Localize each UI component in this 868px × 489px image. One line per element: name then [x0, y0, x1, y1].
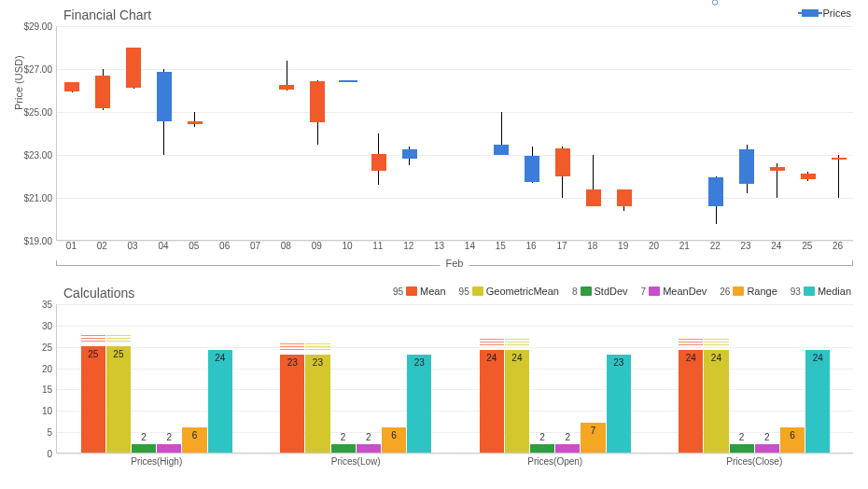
- bar-geometricmean[interactable]: 24: [505, 303, 529, 453]
- bar-range[interactable]: 6: [182, 303, 206, 453]
- bar-group: 242422723Prices(Open): [480, 303, 631, 453]
- legend-item-median[interactable]: 93Median: [791, 286, 851, 297]
- bar-range[interactable]: 6: [382, 303, 406, 453]
- group-label: Prices(High): [131, 456, 182, 467]
- calculations-chart: Calculations 95Mean 95GeometricMean 8Std…: [7, 286, 861, 454]
- financial-chart-title: Financial Chart: [63, 7, 861, 22]
- bar-range[interactable]: 7: [581, 303, 605, 453]
- swatch-icon: [733, 286, 744, 296]
- bar-stddev[interactable]: 2: [530, 303, 554, 453]
- calculations-legend: 95Mean 95GeometricMean 8StdDev 7MeanDev …: [385, 286, 851, 297]
- bar-geometricmean[interactable]: 24: [704, 303, 728, 453]
- bar-mean[interactable]: 24: [480, 303, 504, 453]
- legend-item-mean[interactable]: 95Mean: [393, 286, 446, 297]
- bar-meandev[interactable]: 2: [755, 303, 779, 453]
- legend-item-stddev[interactable]: 8StdDev: [572, 286, 628, 297]
- legend-item-geomean[interactable]: 95GeometricMean: [459, 286, 559, 297]
- bar-meandev[interactable]: 2: [357, 303, 381, 453]
- legend-item-prices[interactable]: Prices: [811, 7, 851, 19]
- bar-group: 232322623Prices(Low): [280, 303, 431, 453]
- bar-group: 252522624Prices(High): [81, 303, 232, 453]
- candle-icon: [802, 9, 819, 17]
- swatch-icon: [472, 286, 483, 296]
- bar-range[interactable]: 6: [780, 303, 805, 453]
- x-group-bracket: Feb: [56, 258, 853, 274]
- bar-median[interactable]: 23: [407, 303, 431, 453]
- bar-mean[interactable]: 24: [679, 303, 703, 453]
- financial-legend: Prices: [804, 7, 851, 19]
- bar-median[interactable]: 24: [805, 303, 830, 453]
- swatch-icon: [649, 286, 660, 296]
- calculations-plot-area: 05101520253035252522624Prices(High)23232…: [56, 304, 853, 454]
- financial-x-axis: 0102030405060708091011121314151617181920…: [56, 241, 853, 256]
- bar-geometricmean[interactable]: 23: [305, 303, 329, 453]
- swatch-icon: [406, 286, 417, 296]
- bar-median[interactable]: 23: [607, 303, 631, 453]
- legend-item-range[interactable]: 26Range: [720, 286, 777, 297]
- bar-meandev[interactable]: 2: [157, 303, 181, 453]
- bar-stddev[interactable]: 2: [730, 303, 754, 453]
- financial-chart: Financial Chart Prices Price (USD) $19.0…: [7, 7, 861, 274]
- swatch-icon: [581, 286, 592, 296]
- group-label: Prices(Open): [527, 456, 582, 467]
- swatch-icon: [804, 286, 815, 296]
- legend-item-meandev[interactable]: 7MeanDev: [641, 286, 707, 297]
- group-label: Prices(Close): [726, 456, 782, 467]
- bar-meandev[interactable]: 2: [555, 303, 580, 453]
- bar-stddev[interactable]: 2: [132, 303, 156, 453]
- bar-group: 242422624Prices(Close): [679, 303, 830, 453]
- x-group-label: Feb: [441, 258, 469, 269]
- bar-mean[interactable]: 23: [280, 303, 304, 453]
- group-label: Prices(Low): [331, 456, 381, 467]
- bar-mean[interactable]: 25: [81, 303, 105, 453]
- bar-geometricmean[interactable]: 25: [106, 303, 131, 453]
- bar-median[interactable]: 24: [208, 303, 232, 453]
- financial-plot-area: $19.00$21.00$23.00$25.00$27.00$29.00O $2…: [56, 26, 853, 241]
- legend-label: Prices: [822, 7, 851, 19]
- bar-stddev[interactable]: 2: [331, 303, 356, 453]
